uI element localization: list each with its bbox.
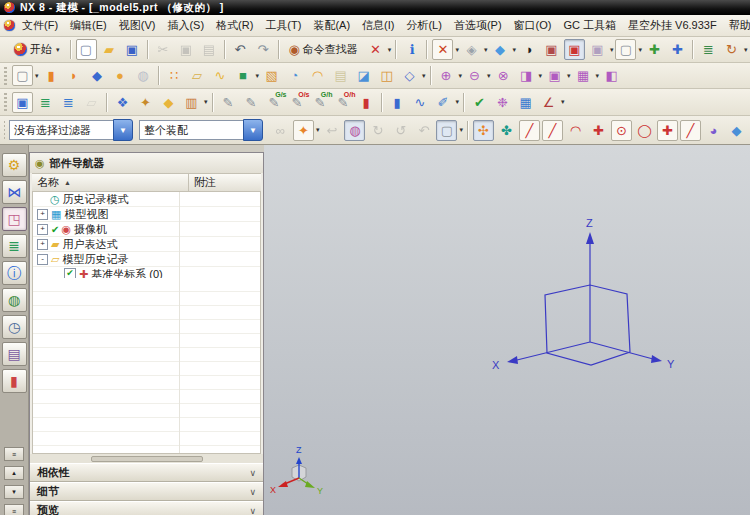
cavity-icon[interactable]: ▧ [261, 65, 282, 86]
paste-icon[interactable]: ▤ [199, 39, 220, 60]
eraser-icon[interactable]: ✐ [433, 92, 454, 113]
datum-cube-outline[interactable] [545, 285, 630, 365]
dropdown-caret-icon[interactable]: ▾ [256, 72, 260, 80]
dropdown-caret-icon[interactable]: ▾ [512, 46, 516, 54]
tab-history[interactable]: ◷ [2, 315, 27, 339]
snap-curve-icon[interactable]: ◠ [565, 120, 586, 141]
sketch-icon[interactable]: ▢ [12, 65, 33, 86]
oh-display-icon[interactable]: ✎O/h [333, 92, 354, 113]
menu-item-7[interactable]: 信息(I) [356, 16, 400, 35]
tab-hd3d-tool[interactable]: ⓘ [2, 261, 27, 285]
layer-settings-icon[interactable]: ≣ [698, 39, 719, 60]
dropdown-caret-icon[interactable]: ▾ [561, 98, 565, 106]
chevron-down-icon[interactable]: ∨ [249, 468, 256, 478]
shaded-view-icon[interactable]: ◑ [518, 39, 539, 60]
cut-icon[interactable]: ✂ [153, 39, 174, 60]
snap-line-icon[interactable]: ╱ [680, 120, 701, 141]
resource-scroll-down-button[interactable]: ▾ [4, 485, 24, 499]
tree-item[interactable]: -▱模型历史记录 [33, 252, 260, 267]
datum-plane-icon[interactable]: ▱ [187, 65, 208, 86]
dropdown-caret-icon[interactable]: ▾ [487, 72, 491, 80]
menu-item-0[interactable]: 文件(F) [16, 16, 64, 35]
feature-browser-icon[interactable]: ❉ [492, 92, 513, 113]
block-icon[interactable]: ◆ [87, 65, 108, 86]
curve-icon[interactable]: ∿ [210, 65, 231, 86]
tree-item[interactable]: ◷历史记录模式 [33, 192, 260, 207]
dropdown-caret-icon[interactable]: ▾ [459, 126, 463, 134]
examine-geometry-icon[interactable]: ✔ [469, 92, 490, 113]
close-window-icon[interactable]: ✕ [432, 39, 453, 60]
snap-arc-center-icon[interactable]: ⊙ [611, 120, 632, 141]
dropdown-caret-icon[interactable]: ▾ [456, 98, 460, 106]
new-file-icon[interactable]: ▢ [76, 39, 97, 60]
menu-item-1[interactable]: 编辑(E) [64, 16, 113, 35]
tab-constraint-navigator[interactable]: ⋈ [2, 180, 27, 204]
dropdown-caret-icon[interactable]: ▾ [459, 72, 463, 80]
column-name[interactable]: 名称 ▲ [32, 174, 189, 191]
gs-display-icon[interactable]: ✎G/s [264, 92, 285, 113]
dropdown-caret-icon[interactable]: ▾ [455, 46, 459, 54]
snapshot-icon[interactable]: ▣ [12, 92, 33, 113]
tab-process-studio[interactable]: ▤ [2, 342, 27, 366]
deselect-icon[interactable]: ↶ [413, 120, 434, 141]
isometric-view-icon[interactable]: ◆ [489, 39, 510, 60]
selection-filter-combo[interactable]: 没有选择过滤器 ▼ [9, 119, 133, 141]
sheet-body-icon[interactable]: ▤ [330, 65, 351, 86]
menu-item-5[interactable]: 工具(T) [259, 16, 307, 35]
resource-splitter-bottom-button[interactable]: ≡ [4, 504, 24, 515]
copy-icon[interactable]: ▣ [176, 39, 197, 60]
dropdown-caret-icon[interactable]: ▾ [422, 72, 426, 80]
snap-endpoint-icon[interactable]: ╱ [519, 120, 540, 141]
move-object-icon[interactable]: ❖ [112, 92, 133, 113]
menu-item-8[interactable]: 分析(L) [400, 16, 447, 35]
show-hide-icon[interactable]: ✦ [135, 92, 156, 113]
dropdown-caret-icon[interactable]: ▾ [539, 72, 543, 80]
wcs-dynamics-icon[interactable]: ◆ [158, 92, 179, 113]
spreadsheet-icon[interactable]: ▦ [515, 92, 536, 113]
redo-icon[interactable]: ↷ [253, 39, 274, 60]
snap-intersection-icon[interactable]: ✚ [657, 120, 678, 141]
dropdown-caret-icon[interactable]: ▾ [35, 72, 39, 80]
snap-midpoint-icon[interactable]: ╱ [542, 120, 563, 141]
open-icon[interactable]: ▰ [99, 39, 120, 60]
undo-selection-icon[interactable]: ↩ [321, 120, 342, 141]
n-sided-surface-icon[interactable]: ◇ [399, 65, 420, 86]
stylus-b-icon[interactable]: ✎ [241, 92, 262, 113]
dropdown-caret-icon[interactable]: ▾ [316, 126, 320, 134]
tree-item[interactable]: +▰用户表达式 [33, 237, 260, 252]
toolbar-grip[interactable] [4, 67, 7, 85]
background-icon[interactable]: ▢ [615, 39, 636, 60]
dropdown-caret-icon[interactable]: ▾ [484, 46, 488, 54]
snap-point-icon[interactable]: ✣ [473, 120, 494, 141]
shaded-edges-icon[interactable]: ▣ [541, 39, 562, 60]
preselect-icon[interactable]: ∞ [270, 120, 291, 141]
spring-tool-icon[interactable]: ∿ [410, 92, 431, 113]
extrude-icon[interactable]: ▮ [41, 65, 62, 86]
format-icon[interactable]: ▥ [181, 92, 202, 113]
menu-item-12[interactable]: 星空外挂 V6.933F [622, 16, 723, 35]
column-note[interactable]: 附注 [189, 175, 261, 190]
toolbar-grip[interactable] [4, 93, 7, 111]
y-axis-line[interactable] [590, 342, 653, 359]
menu-item-11[interactable]: GC 工具箱 [557, 16, 622, 35]
csys-orient-icon[interactable]: ✚ [644, 39, 665, 60]
expand-icon[interactable]: + [37, 224, 48, 235]
chevron-down-icon[interactable]: ∨ [249, 487, 256, 497]
view-triad[interactable]: Z X Y [264, 440, 328, 510]
select-priority-icon[interactable]: ✦ [293, 120, 314, 141]
menu-item-4[interactable]: 格式(R) [210, 16, 259, 35]
orient-view-icon[interactable]: ◈ [461, 39, 482, 60]
gh-display-icon[interactable]: ✎G/h [310, 92, 331, 113]
dropdown-caret-icon[interactable]: ▾ [388, 46, 392, 54]
tab-reuse-library[interactable]: ≣ [2, 234, 27, 258]
undo-icon[interactable]: ↶ [230, 39, 251, 60]
selection-scope-dropdown-icon[interactable]: ▼ [243, 119, 263, 141]
resource-splitter-top-button[interactable]: ≡ [4, 447, 24, 461]
expand-icon[interactable]: + [37, 239, 48, 250]
tree-item[interactable]: +✔◉摄像机 [33, 222, 260, 237]
details-section[interactable]: 细节∨ [30, 482, 263, 501]
pin-icon[interactable]: ◉ [35, 157, 45, 170]
boss-icon[interactable]: ● [110, 65, 131, 86]
layer-category-icon[interactable]: ≣ [58, 92, 79, 113]
csys-move-icon[interactable]: ✚ [667, 39, 688, 60]
